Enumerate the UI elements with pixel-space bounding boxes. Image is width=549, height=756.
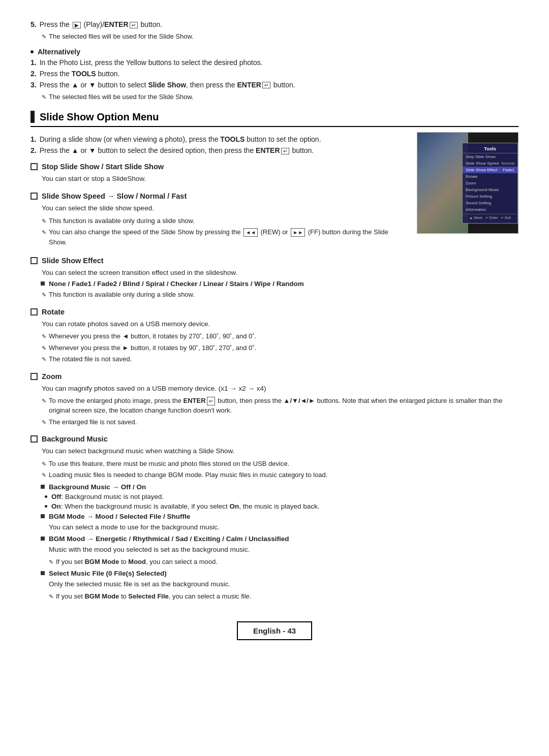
note-text: This function is available only during a…	[49, 216, 195, 226]
tools-panel-item: Slide Show Speed Normal	[463, 160, 517, 167]
note-sym: ✎	[42, 217, 46, 226]
tools-panel-title: Tools	[463, 145, 517, 153]
square-bullet-icon	[41, 537, 45, 541]
tools-panel-item: Background Music	[463, 186, 517, 193]
note-symbol: ✎	[42, 33, 46, 41]
alt-step1-num: 1.	[30, 58, 37, 67]
square-bullet-icon	[41, 281, 45, 286]
alt-step3-num: 3.	[30, 81, 37, 89]
note-item: ✎ Loading music files is needed to chang…	[42, 470, 518, 480]
note-item: ✎ To use this feature, there must be mus…	[42, 459, 518, 469]
tools-panel-bottom: ▲ Move ↵ Enter ↵ Exit	[463, 214, 517, 221]
note-sym: ✎	[42, 332, 46, 341]
bgm-off-item: Off: Background music is not played.	[45, 493, 518, 500]
tools-item-label: Sound Setting	[466, 201, 491, 205]
note-text: Loading music files is needed to change …	[49, 470, 327, 480]
bgm-mood-body: Music with the mood you selected is set …	[49, 545, 518, 555]
enter-icon-alt: ↵	[262, 82, 270, 88]
checkbox-icon	[30, 163, 38, 170]
square-bullet-icon	[41, 485, 45, 489]
tools-item-value: Fade1	[503, 168, 514, 172]
top-section: 5. Press the ▶ (Play)/ENTER↵ button. ✎ T…	[30, 20, 518, 102]
bg-photo-shade	[417, 133, 468, 233]
tools-item-value: Normal	[501, 161, 514, 166]
footer-text: English - 43	[253, 626, 296, 635]
bgm-on-item: On: When the background music is availab…	[45, 502, 518, 510]
tools-item-label: Slide Show Speed	[466, 161, 499, 166]
bullet-dot-icon	[30, 50, 34, 53]
section-heading-bar-icon	[30, 111, 35, 123]
note-sym: ✎	[49, 592, 53, 601]
subheading-stop-slide-show: Stop Slide Show / Start Slide Show	[30, 163, 407, 171]
note-sym: ✎	[42, 355, 46, 364]
alt-step1: 1. In the Photo List, press the Yellow b…	[30, 58, 518, 67]
subheading-rotate: Rotate	[30, 308, 518, 316]
tools-panel-item: Stop Slide Show	[463, 153, 517, 160]
tools-item-label: Picture Setting	[466, 194, 492, 199]
bgm-mood-heading: BGM Mood → Energetic / Rhythmical / Sad …	[41, 535, 518, 543]
enter-icon-zoom: ↵	[207, 397, 215, 405]
tools-screenshot: Tools Stop Slide Show Slide Show Speed N…	[417, 132, 518, 234]
note-text: Whenever you press the ► button, it rota…	[49, 343, 256, 353]
note-sym: ✎	[42, 228, 46, 237]
note-item: ✎ If you set BGM Mode to Selected File, …	[49, 591, 518, 602]
tools-item-label: Information	[466, 207, 486, 212]
effects-text: None / Fade1 / Fade2 / Blind / Spiral / …	[49, 280, 304, 288]
select-music-body: Only the selected music file is set as t…	[49, 579, 518, 589]
square-bullet-icon	[41, 571, 45, 575]
background-music-body: You can select background music when wat…	[42, 446, 518, 456]
tools-panel-item: Picture Setting	[463, 193, 517, 200]
note-sym: ✎	[42, 418, 46, 427]
step5-number: 5.	[30, 20, 37, 28]
alternatively-text: Alternatively	[38, 48, 80, 56]
bgm-off-text: Off: Background music is not played.	[51, 493, 164, 500]
note-sym: ✎	[42, 460, 46, 468]
rotate-body: You can rotate photos saved on a USB mem…	[42, 319, 518, 329]
alt-step2-text: Press the TOOLS button.	[40, 70, 120, 78]
note-item: ✎ You can also change the speed of the S…	[42, 227, 407, 247]
tools-panel: Tools Stop Slide Show Slide Show Speed N…	[462, 143, 518, 224]
checkbox-icon	[30, 435, 38, 443]
note-item: ✎ The enlarged file is not saved.	[42, 417, 518, 427]
intro-step1-text: During a slide show (or when viewing a p…	[40, 135, 321, 143]
checkbox-icon	[30, 308, 38, 316]
subheading-text: Zoom	[42, 372, 62, 381]
slide-show-effect-effects: None / Fade1 / Fade2 / Blind / Spiral / …	[41, 280, 518, 288]
select-music-label: Select Music File (0 File(s) Selected)	[49, 570, 167, 577]
tools-panel-item: Sound Setting	[463, 200, 517, 206]
alt-step1-text: In the Photo List, press the Yellow butt…	[40, 58, 263, 67]
section-title: Slide Show Option Menu	[40, 111, 159, 123]
alternatively-label: Alternatively	[30, 48, 518, 56]
bgm-mode-label: BGM Mode → Mood / Selected File / Shuffl…	[49, 513, 190, 520]
note-sym: ✎	[42, 344, 46, 353]
note-item: ✎ Whenever you press the ◄ button, it ro…	[42, 331, 518, 341]
bgm-off-on-label: Background Music → Off / On	[49, 483, 146, 491]
tools-panel-item: Rotate	[463, 173, 517, 180]
alt-step2: 2. Press the TOOLS button.	[30, 70, 518, 78]
alt-step3-note: ✎ The selected files will be used for th…	[42, 92, 518, 102]
footer-badge: English - 43	[237, 621, 312, 640]
note-item: ✎ This function is available only during…	[42, 216, 407, 226]
intro-step2-num: 2.	[30, 146, 37, 154]
note-text: You can also change the speed of the Sli…	[49, 227, 407, 247]
note-sym: ✎	[42, 471, 46, 480]
note-item: ✎ The rotated file is not saved.	[42, 354, 518, 364]
note-text: Whenever you press the ◄ button, it rota…	[49, 331, 256, 341]
bgm-off-on-heading: Background Music → Off / On	[41, 483, 518, 491]
subheading-zoom: Zoom	[30, 372, 518, 381]
bgm-mood-label: BGM Mood → Energetic / Rhythmical / Sad …	[49, 535, 289, 543]
tools-item-label: Rotate	[466, 174, 478, 179]
step5-item: 5. Press the ▶ (Play)/ENTER↵ button.	[30, 20, 518, 28]
ff-icon: ►►	[291, 228, 305, 237]
subheading-text: Slide Show Speed → Slow / Normal / Fast	[42, 192, 187, 200]
rew-icon: ◄◄	[243, 228, 258, 237]
play-icon: ▶	[73, 22, 81, 28]
tools-item-label: Zoom	[466, 181, 476, 185]
bgm-on-text: On: When the background music is availab…	[51, 502, 320, 510]
square-bullet-icon	[41, 514, 45, 518]
enter-icon: ↵	[130, 22, 138, 28]
note-item: ✎ To move the enlarged photo image, pres…	[42, 396, 518, 416]
enter-icon-intro: ↵	[281, 148, 289, 154]
note-item: ✎ If you set BGM Mode to Mood, you can s…	[49, 557, 518, 567]
note-text: If you set BGM Mode to Selected File, yo…	[56, 591, 251, 602]
